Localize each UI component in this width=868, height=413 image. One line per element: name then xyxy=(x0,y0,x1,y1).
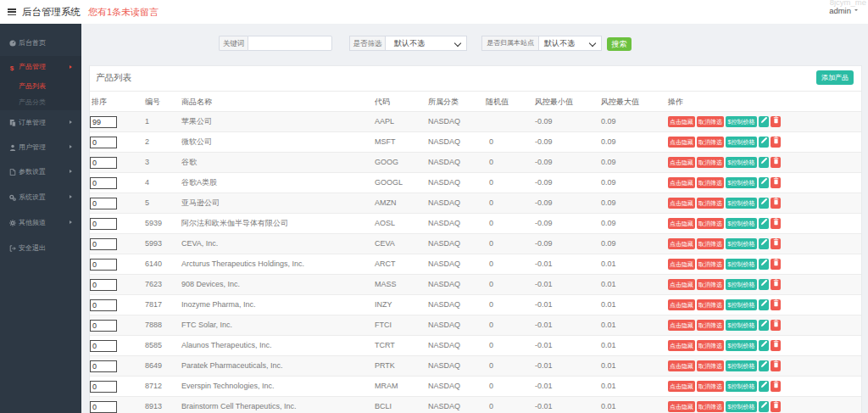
svg-text:$: $ xyxy=(10,64,14,71)
